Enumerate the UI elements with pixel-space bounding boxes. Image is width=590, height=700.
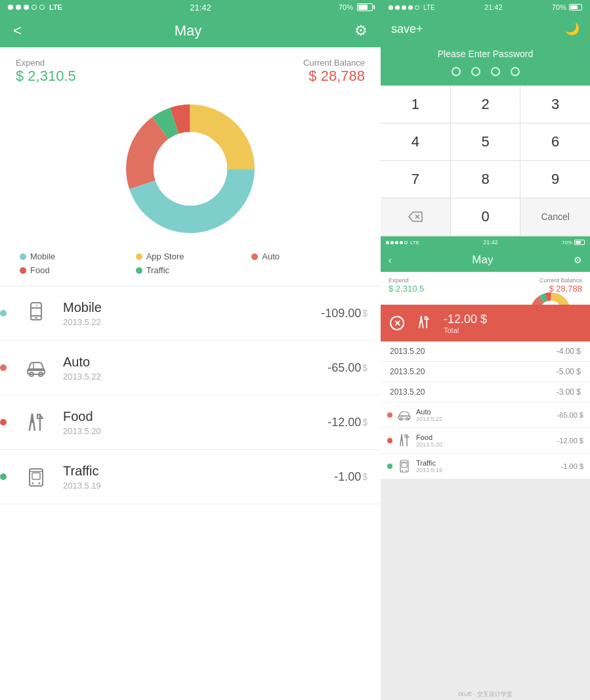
key-4[interactable]: 4 xyxy=(381,123,451,160)
food-icon xyxy=(20,406,53,439)
mini-back-button[interactable]: ‹ xyxy=(389,255,392,265)
key-3[interactable]: 3 xyxy=(520,86,590,123)
pw-lte: LTE xyxy=(423,4,435,11)
tx-currency-auto: $ xyxy=(362,362,368,373)
mobile-icon xyxy=(20,297,53,330)
food-item-amount-2: -5.00 $ xyxy=(557,367,581,376)
mini-tx-info-traffic: Traffic 2013.5.19 xyxy=(416,459,561,473)
tx-name-mobile: Mobile xyxy=(63,300,321,315)
balance-block: Current Balance $ 28,788 xyxy=(303,58,365,85)
food-item-date-1: 2013.5.20 xyxy=(390,347,425,356)
mini-tx-info-auto: Auto 2013.5.22 xyxy=(416,408,557,422)
mini-tx-traffic[interactable]: Traffic 2013.5.19 -1.00 $ xyxy=(381,454,590,479)
expend-value: $ 2,310.5 xyxy=(16,68,76,85)
tx-dot-traffic xyxy=(0,473,7,480)
legend-dot-auto xyxy=(251,253,258,260)
mini-tx-date-food: 2013.5.20 xyxy=(416,441,557,448)
legend-appstore: App Store xyxy=(136,252,245,261)
mini-app: LTE 21:42 70% ‹ May ⚙ Expend $ 2,310.5 xyxy=(381,236,590,700)
food-popup-items: 2013.5.20 -4.00 $ 2013.5.20 -5.00 $ 2013… xyxy=(381,341,590,403)
food-popup-total: -12.00 $ Total xyxy=(444,313,487,334)
back-button[interactable]: < xyxy=(13,22,22,39)
pw-dot-indicators xyxy=(381,63,590,85)
mini-status-bar: LTE 21:42 70% xyxy=(381,236,590,248)
key-delete[interactable] xyxy=(381,198,451,235)
key-2[interactable]: 2 xyxy=(451,86,521,123)
battery-icon xyxy=(357,3,373,11)
food-popup-card: ✕ -12.00 $ Total xyxy=(381,305,590,403)
pw-battery-icon xyxy=(569,4,582,11)
tx-amount-food: -12.00 xyxy=(327,416,361,429)
mini-header: ‹ May ⚙ xyxy=(381,248,590,272)
settings-icon[interactable]: ⚙ xyxy=(354,22,368,39)
time-label: 21:42 xyxy=(190,3,211,12)
food-popup-item: 2013.5.20 -4.00 $ xyxy=(381,341,590,362)
mini-transaction-list: Auto 2013.5.22 -65.00 $ xyxy=(381,403,590,479)
battery-percent: 70% xyxy=(339,3,353,11)
pw-moon-icon: 🌙 xyxy=(565,22,579,36)
mini-tx-food[interactable]: Food 2013.5.20 -12.00 $ xyxy=(381,428,590,454)
tx-date-food: 2013.5.20 xyxy=(63,426,327,436)
pw-header: save+ 🌙 xyxy=(381,14,590,43)
mini-tx-amount-traffic: -1.00 $ xyxy=(561,462,583,470)
key-7[interactable]: 7 xyxy=(381,161,451,198)
tx-info-auto: Auto 2013.5.22 xyxy=(63,355,327,382)
food-popup-close-button[interactable]: ✕ xyxy=(390,316,404,330)
svg-point-22 xyxy=(39,483,41,485)
svg-point-45 xyxy=(402,470,403,471)
keypad: 1 2 3 4 5 6 7 8 9 xyxy=(381,85,590,235)
mini-settings-icon[interactable]: ⚙ xyxy=(574,255,582,265)
watermark: IXUE · 交互设计学堂 xyxy=(458,690,513,699)
tx-amount-auto: -65.00 xyxy=(327,361,361,375)
balance-value: $ 28,788 xyxy=(303,68,365,85)
key-9[interactable]: 9 xyxy=(520,161,590,198)
food-popup-label: Total xyxy=(444,326,487,334)
food-popup-icon xyxy=(412,311,436,335)
tx-date-mobile: 2013.5.22 xyxy=(63,317,321,327)
keypad-row-4: 0 Cancel xyxy=(381,198,590,235)
mini-balance-label: Current Balance xyxy=(539,277,582,284)
tx-currency-mobile: $ xyxy=(362,308,368,318)
tx-name-food: Food xyxy=(63,409,327,424)
mini-tx-name-traffic: Traffic xyxy=(416,459,561,467)
mini-tx-auto[interactable]: Auto 2013.5.22 -65.00 $ xyxy=(381,403,590,428)
mini-auto-icon xyxy=(396,407,412,423)
food-popup-header: ✕ -12.00 $ Total xyxy=(381,305,590,341)
expend-block: Expend $ 2,310.5 xyxy=(16,58,76,85)
mini-tx-amount-auto: -65.00 $ xyxy=(557,411,583,419)
mini-content: Expend $ 2,310.5 Current Balance $ 28,78… xyxy=(381,272,590,700)
table-row[interactable]: Auto 2013.5.22 -65.00 $ xyxy=(0,341,381,395)
left-panel: LTE 21:42 70% < May ⚙ Expend $ 2,310.5 C… xyxy=(0,0,381,700)
key-5[interactable]: 5 xyxy=(451,123,521,160)
table-row[interactable]: Mobile 2013.5.22 -109.00 $ xyxy=(0,286,381,341)
tx-date-traffic: 2013.5.19 xyxy=(63,481,334,491)
legend-dot-food xyxy=(20,267,26,274)
battery-section: 70% xyxy=(339,3,373,11)
legend-dot-mobile xyxy=(20,253,26,260)
legend-label-appstore: App Store xyxy=(146,252,184,261)
table-row[interactable]: Traffic 2013.5.19 -1.00 $ xyxy=(0,450,381,504)
pw-battery-pct: 70% xyxy=(552,3,566,11)
food-item-amount-1: -4.00 $ xyxy=(557,347,581,356)
key-1[interactable]: 1 xyxy=(381,86,451,123)
food-popup-amount: -12.00 $ xyxy=(444,313,487,326)
tx-amount-traffic: -1.00 xyxy=(334,470,361,484)
tx-info-traffic: Traffic 2013.5.19 xyxy=(63,464,334,491)
mini-tx-name-auto: Auto xyxy=(416,408,557,416)
food-popup: ✕ -12.00 $ Total xyxy=(381,305,590,700)
key-cancel[interactable]: Cancel xyxy=(520,198,590,235)
signal-dots xyxy=(8,5,45,10)
key-6[interactable]: 6 xyxy=(520,123,590,160)
table-row[interactable]: Food 2013.5.20 -12.00 $ xyxy=(0,395,381,450)
donut-chart-container xyxy=(0,90,381,252)
keypad-row-2: 4 5 6 xyxy=(381,123,590,160)
tx-info-mobile: Mobile 2013.5.22 xyxy=(63,300,321,327)
key-0[interactable]: 0 xyxy=(451,198,521,235)
tx-currency-food: $ xyxy=(362,417,368,427)
food-popup-item: 2013.5.20 -5.00 $ xyxy=(381,362,590,382)
mini-expend-value: $ 2,310.5 xyxy=(389,284,424,294)
mini-food-icon xyxy=(396,433,412,448)
key-8[interactable]: 8 xyxy=(451,161,521,198)
food-item-amount-3: -3.00 $ xyxy=(557,387,581,397)
legend-label-auto: Auto xyxy=(262,252,280,261)
